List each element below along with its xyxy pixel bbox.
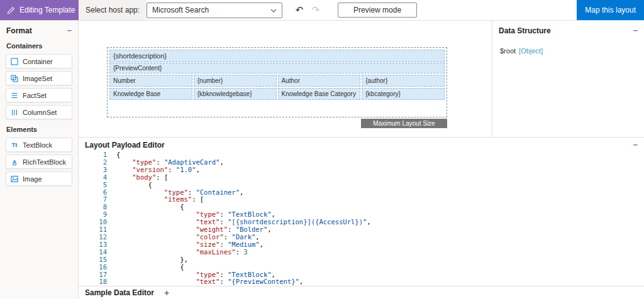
collapse-format-icon[interactable]: − [67,28,72,34]
factset: Number{number}Author{author}Knowledge Ba… [109,74,445,101]
host-app-selected-value: Microsoft Search [152,6,209,14]
fact-value[interactable]: {author} [362,75,445,87]
card-wrapper: {shortdescription} {PreviewContent} Numb… [107,47,447,128]
fact-value[interactable]: {number} [194,75,277,87]
sidebar-item-label: Image [23,175,42,183]
line-number: 16 [79,264,107,271]
sidebar-item-imageset[interactable]: ImageSet [6,71,72,85]
payload-editor-header: Layout Payload Editor − [79,138,644,151]
code-line[interactable]: "maxLines": 3 [116,249,644,256]
data-structure-title: Data Structure [499,26,551,35]
code-line[interactable]: "version": "1.0", [116,166,644,174]
max-layout-size-handle[interactable]: Maximum Layout Size [361,119,447,128]
data-structure-root-node[interactable]: $root [Object] [492,38,644,55]
adaptive-card-template-editor: Editing Template Select host app: Micros… [0,0,644,299]
sidebar-item-richtextblock[interactable]: ARichTextBlock [6,155,72,169]
data-structure-panel: Data Structure − $root [Object] [492,21,644,137]
imageset-icon [10,75,19,82]
collapse-data-structure-icon[interactable]: − [633,28,638,34]
fact-value[interactable]: {kbknowledgebase} [194,88,277,100]
center-column: {shortdescription} {PreviewContent} Numb… [79,21,644,299]
format-panel-header: Format − [0,21,78,38]
sidebar-item-label: TextBlock [23,141,52,149]
toolbar: Select host app: Microsoft Search ↶ ↷ Pr… [79,0,577,20]
code-line[interactable]: "items": [ [116,196,644,204]
sidebar-item-label: RichTextBlock [23,158,66,166]
layout-payload-editor-panel: Layout Payload Editor − 1234567891011121… [79,137,644,286]
format-panel-title: Format [6,26,32,35]
sidebar-item-label: ImageSet [23,75,52,82]
host-app-select[interactable]: Microsoft Search [147,3,282,18]
main-area: Format − ContainersContainerImageSetFact… [0,21,644,299]
sidebar-item-factset[interactable]: FactSet [6,88,72,102]
line-number: 15 [79,256,107,264]
adaptive-card-preview[interactable]: {shortdescription} {PreviewContent} Numb… [107,47,447,117]
fact-title[interactable]: Knowledge Base Category [278,88,361,100]
textblock-icon: Tt [10,142,19,148]
code-line[interactable]: "text": "{PreviewContent}", [116,278,644,286]
chevron-down-icon [270,6,277,14]
fact-value[interactable]: {kbcategory} [362,88,445,100]
card-title-textblock[interactable]: {shortdescription} [109,50,445,62]
sample-data-editor-title: Sample Data Editor [85,288,154,297]
fact-title[interactable]: Number [109,75,192,87]
sidebar-item-image[interactable]: Image [6,171,72,186]
root-node-type: [Object] [519,47,543,55]
host-app-label: Select host app: [79,0,147,20]
code-line[interactable]: "body": [ [116,174,644,182]
sidebar-item-label: ColumnSet [23,109,57,116]
editor-code[interactable]: { "type": "AdaptiveCard", "version": "1.… [116,151,644,286]
section-label: Containers [0,38,78,52]
sidebar-item-textblock[interactable]: TtTextBlock [6,138,72,152]
editing-template-header: Editing Template [0,0,79,20]
fact-title[interactable]: Knowledge Base [109,88,192,100]
undo-button[interactable]: ↶ [291,3,308,18]
upper-row: {shortdescription} {PreviewContent} Numb… [79,21,644,137]
fact-title[interactable]: Author [278,75,361,87]
pencil-icon [7,6,15,14]
section-label: Elements [0,122,78,135]
add-sample-data-icon[interactable]: + [164,288,169,297]
code-line[interactable]: }, [116,256,644,264]
sidebar-sections: ContainersContainerImageSetFactSetColumn… [0,38,78,186]
card-preview-textblock[interactable]: {PreviewContent} [109,63,445,73]
line-number: 14 [79,249,107,256]
root-node-label: $root [500,47,516,55]
editor-line-numbers: 123456789101112131415161718 [79,151,116,286]
sidebar-item-container[interactable]: Container [6,54,72,68]
top-bar: Editing Template Select host app: Micros… [0,0,644,21]
image-icon [10,175,19,183]
page-title: Editing Template [19,6,75,14]
factset-icon [10,92,19,99]
sidebar-item-label: Container [23,58,53,65]
sidebar-item-label: FactSet [23,92,47,99]
json-payload-editor[interactable]: 123456789101112131415161718 { "type": "A… [79,151,644,286]
line-number: 18 [79,278,107,286]
line-number: 5 [79,182,107,189]
preview-mode-button[interactable]: Preview mode [338,3,417,18]
collapse-payload-editor-icon[interactable]: − [633,142,638,148]
data-structure-header: Data Structure − [492,21,644,38]
map-this-layout-button[interactable]: Map this layout [577,0,644,20]
richtextblock-icon: A [10,159,19,165]
container-icon [10,58,19,65]
columnset-icon [10,109,19,116]
sample-data-editor-bar: Sample Data Editor + [79,286,644,299]
line-number: 13 [79,241,107,249]
line-number: 3 [79,166,107,174]
line-number: 4 [79,174,107,182]
format-panel: Format − ContainersContainerImageSetFact… [0,21,79,299]
sidebar-item-columnset[interactable]: ColumnSet [6,105,72,119]
payload-editor-title: Layout Payload Editor [85,141,165,150]
card-canvas: {shortdescription} {PreviewContent} Numb… [79,21,492,137]
redo-button[interactable]: ↷ [308,3,324,18]
